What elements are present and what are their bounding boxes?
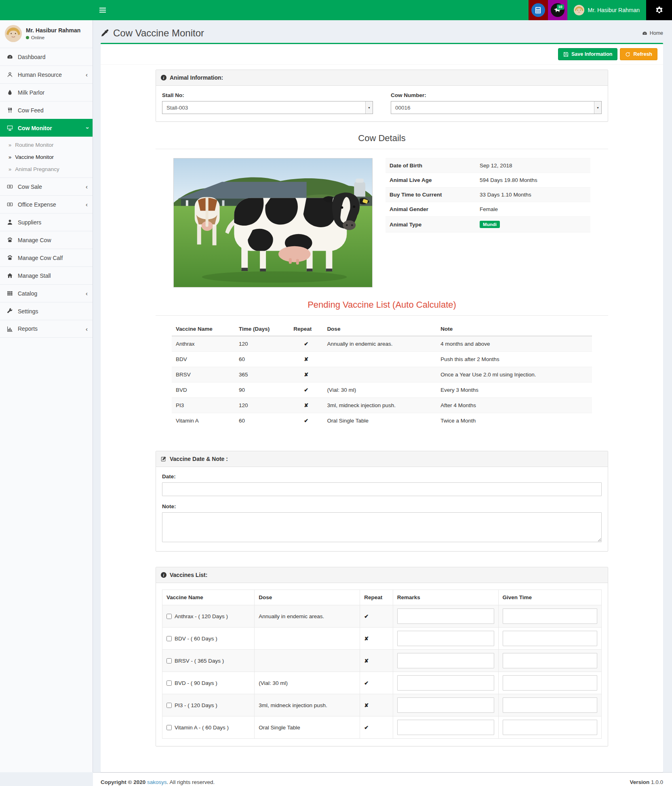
vaccine-checkbox-brsv[interactable] <box>166 658 172 663</box>
column-header: Dose <box>323 322 436 336</box>
column-header: Vaccine Name <box>172 322 235 336</box>
given-time-input[interactable] <box>503 653 597 668</box>
user-outline-icon <box>6 72 14 78</box>
wrench-icon <box>6 308 14 314</box>
sidebar-item-vaccine-monitor[interactable]: » Vaccine Monitor <box>0 151 93 163</box>
vaccine-checkbox-vitamin-a[interactable] <box>166 725 172 730</box>
sidebar-item-suppliers[interactable]: Suppliers <box>0 213 93 231</box>
content-header: Cow Vaccine Monitor Home <box>93 20 672 43</box>
column-header: Time (Days) <box>235 322 289 336</box>
repeat-check-icon: ✔ <box>289 336 323 352</box>
sidebar-user-name: Mr. Hasibur Rahman <box>26 27 80 34</box>
remarks-input[interactable] <box>397 653 494 668</box>
sidebar-item-routine-monitor[interactable]: » Routine Monitor <box>0 139 93 151</box>
vaccine-date-note-body: Date: Note: <box>156 467 608 551</box>
note-label: Note: <box>162 503 602 509</box>
sidebar-toggle-button[interactable] <box>93 0 112 20</box>
sidebar-item-manage-stall[interactable]: Manage Stall <box>0 266 93 284</box>
sidebar-item-cow-monitor[interactable]: Cow Monitor ‹ <box>0 119 93 137</box>
company-link[interactable]: sakosys <box>147 779 167 785</box>
sidebar: Mr. Hasibur Rahman Online Dashboard Huma… <box>0 20 93 772</box>
cow-number-select[interactable]: 00016 <box>391 101 602 114</box>
remarks-input[interactable] <box>397 609 494 624</box>
calculator-nav-button[interactable] <box>529 0 548 20</box>
cow-details-heading: Cow Details <box>156 133 608 149</box>
sidebar-item-manage-cow[interactable]: Manage Cow <box>0 231 93 249</box>
table-row: Anthrax - ( 120 Days ) Annually in endem… <box>162 605 602 628</box>
table-row: PI3 - ( 120 Days ) 3ml, midneck injectio… <box>162 694 602 716</box>
repeat-cross-icon: ✘ <box>289 352 323 367</box>
remarks-input[interactable] <box>397 720 494 735</box>
user-solid-icon <box>6 219 14 225</box>
sidebar-item-office-expense[interactable]: Office Expense ‹ <box>0 195 93 213</box>
sidebar-item-catalog[interactable]: Catalog ‹ <box>0 284 93 302</box>
table-row: Animal Type Mundi <box>386 217 590 232</box>
table-row: Vitamin A 60 ✔ Oral Single Table Twice a… <box>172 413 592 429</box>
sidebar-item-cow-feed[interactable]: Cow Feed <box>0 101 93 119</box>
chevron-left-icon: ‹ <box>86 184 88 190</box>
breadcrumb[interactable]: Home <box>642 30 663 36</box>
remarks-input[interactable] <box>397 697 494 713</box>
navbar-user-menu[interactable]: Mr. Hasibur Rahman <box>567 0 646 20</box>
table-row: PI3 120 ✘ 3ml, midneck injection push. A… <box>172 398 592 413</box>
settings-nav-button[interactable] <box>646 0 672 20</box>
table-row: Vitamin A - ( 60 Days ) Oral Single Tabl… <box>162 716 602 739</box>
refresh-button[interactable]: Refresh <box>620 48 657 60</box>
cow-number-label: Cow Number: <box>391 92 602 98</box>
given-time-input[interactable] <box>503 631 597 646</box>
animal-type-badge: Mundi <box>480 221 500 228</box>
animal-information-body: Stall No: Stall-003 ▼ Cow Number: <box>156 86 608 121</box>
vaccines-list-body: Vaccine Name Dose Repeat Remarks Given T… <box>156 583 608 746</box>
grid-icon <box>6 290 14 296</box>
main-box: Save Information Refresh i Animal Inform… <box>101 43 663 772</box>
sidebar-item-milk-parlor[interactable]: Milk Parlor <box>0 83 93 101</box>
cow-details-section: Date of Birth Sep 12, 2018 Animal Live A… <box>156 149 608 287</box>
save-information-button[interactable]: Save Information <box>558 48 617 60</box>
sidebar-item-human-resource[interactable]: Human Resource ‹ <box>0 66 93 83</box>
sidebar-item-cow-sale[interactable]: Cow Sale ‹ <box>0 177 93 195</box>
given-time-input[interactable] <box>503 609 597 624</box>
vaccine-checkbox-bvd[interactable] <box>166 680 172 686</box>
banknote-icon <box>6 201 14 207</box>
remarks-input[interactable] <box>397 631 494 646</box>
table-row: Animal Live Age 594 Days 19.80 Months <box>386 173 590 188</box>
table-row: BRSV 365 ✘ Once a Year Use 2.0 ml using … <box>172 367 592 382</box>
vaccine-date-note-panel: Vaccine Date & Note : Date: Note: <box>156 451 608 551</box>
breadcrumb-home[interactable]: Home <box>650 30 663 36</box>
bar-chart-icon <box>6 326 14 332</box>
sidebar-item-settings[interactable]: Settings <box>0 302 93 320</box>
given-time-input[interactable] <box>503 697 597 713</box>
stall-no-select[interactable]: Stall-003 <box>162 101 373 114</box>
cutlery-icon <box>6 107 14 113</box>
sidebar-user-status: Online <box>26 35 80 40</box>
sidebar-item-manage-cow-calf[interactable]: Manage Cow Calf <box>0 249 93 266</box>
sidebar-avatar <box>5 25 22 42</box>
given-time-input[interactable] <box>503 720 597 735</box>
pending-vaccine-table: Vaccine Name Time (Days) Repeat Dose Not… <box>172 322 592 428</box>
chevron-left-icon: ‹ <box>86 326 88 332</box>
repeat-check-icon: ✔ <box>360 672 393 694</box>
vaccine-note-textarea[interactable] <box>162 512 602 542</box>
vaccine-checkbox-anthrax[interactable] <box>166 614 172 619</box>
sidebar-item-animal-pregnancy[interactable]: » Animal Pregnancy <box>0 163 93 175</box>
cow-notifications-button[interactable]: 10 <box>548 0 567 20</box>
repeat-cross-icon: ✘ <box>360 650 393 672</box>
vaccine-checkbox-bdv[interactable] <box>166 636 172 641</box>
column-header: Note <box>436 322 592 336</box>
vaccine-checkbox-pi3[interactable] <box>166 703 172 708</box>
table-row: Animal Gender Female <box>386 202 590 217</box>
repeat-cross-icon: ✘ <box>360 694 393 716</box>
notification-badge: 10 <box>557 4 564 10</box>
sidebar-item-dashboard[interactable]: Dashboard <box>0 48 93 66</box>
remarks-input[interactable] <box>397 675 494 691</box>
repeat-check-icon: ✔ <box>360 605 393 628</box>
sidebar-menu: Dashboard Human Resource ‹ Milk Parlor C… <box>0 48 93 338</box>
cow-icon: 10 <box>551 3 565 17</box>
sidebar-item-reports[interactable]: Reports ‹ <box>0 320 93 338</box>
given-time-input[interactable] <box>503 675 597 691</box>
paw-icon <box>6 255 14 261</box>
dashboard-icon <box>642 31 647 36</box>
table-row: Anthrax 120 ✔ Annually in endemic areas.… <box>172 336 592 352</box>
column-header: Remarks <box>393 590 498 605</box>
vaccine-date-input[interactable] <box>162 482 602 496</box>
